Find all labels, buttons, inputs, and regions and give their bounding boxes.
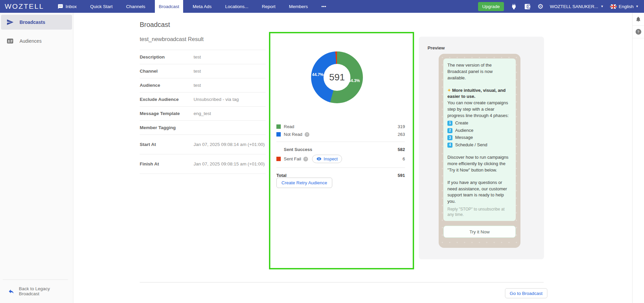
nav-item-channels[interactable]: Channels (122, 0, 149, 13)
sparkle-icon: ✦ (447, 88, 451, 93)
legend-label: Sent Fail (284, 156, 301, 161)
sidebar-bottom: Back to Legacy Broadcast (0, 279, 73, 303)
go-to-broadcast-button[interactable]: Go to Broadcast (505, 288, 547, 298)
preview-paragraph: If you have any questions or need assist… (447, 180, 512, 205)
phase-item: 2Audience (447, 127, 512, 134)
right-utility-strip: ? (632, 13, 644, 303)
nav-item-members[interactable]: Members (285, 0, 312, 13)
account-name: WOZTELL SANUKER... (550, 4, 598, 9)
help-button[interactable]: ? (633, 26, 644, 38)
row-value: Jan 07, 2025 09:08:15 am (+01:00) (194, 159, 266, 169)
language-label: English (619, 4, 634, 9)
row-label: Exclude Audience (140, 97, 194, 102)
phase-item: 3Message (447, 135, 512, 141)
nav-item-quick-start[interactable]: Quick Start (86, 0, 117, 13)
preview-title: Preview (428, 45, 445, 50)
nav-label: Inbox (66, 4, 77, 9)
wallet-icon[interactable] (524, 3, 531, 10)
row-value: test (194, 52, 266, 62)
phase-4-badge: 4 (447, 143, 452, 148)
donut-chart[interactable]: 44.7% 54.3% 591 (311, 51, 363, 103)
read-swatch (276, 124, 281, 129)
legend-value: 319 (398, 124, 405, 129)
inspect-button[interactable]: Inspect (312, 155, 342, 163)
nav-item-more[interactable]: ••• (317, 0, 330, 13)
settings-gear-icon[interactable]: ⚙ (537, 3, 543, 10)
phase-item: 1Create (447, 120, 512, 126)
language-selector[interactable]: English ▼ (610, 4, 639, 9)
sidebar: Broadcasts Audiences Back to Legacy Broa… (0, 13, 73, 303)
total-count: 591 (329, 72, 345, 83)
back-link-label: Back to Legacy Broadcast (19, 286, 70, 296)
table-row: Message Templateeng_test (140, 107, 266, 121)
nav-item-report[interactable]: Report (258, 0, 280, 13)
row-value: eng_test (194, 109, 266, 119)
row-label: Start At (140, 142, 194, 147)
woztell-logo[interactable]: WOZTELL (0, 0, 54, 13)
phase-3-badge: 3 (447, 135, 452, 140)
inspect-label: Inspect (324, 156, 338, 161)
legend-row-sent-fail: Sent Fail ? Inspect 6 (276, 154, 405, 164)
sidebar-item-broadcasts[interactable]: Broadcasts (1, 15, 72, 30)
integrations-plug-icon[interactable] (510, 3, 517, 10)
chevron-down-icon: ▼ (601, 5, 604, 8)
phase-2-badge: 2 (447, 128, 452, 133)
page-title: Broadcast (140, 21, 170, 29)
legend-label: Sent Success (284, 147, 312, 152)
chat-bubble-icon (58, 4, 63, 9)
donut-center: 591 (324, 64, 350, 91)
legend-row-sent-success: Sent Success 582 (276, 145, 405, 154)
phase-label: Message (455, 135, 473, 141)
help-icon[interactable]: ? (305, 132, 309, 137)
broadcast-result-subtitle: test_newbroadcast Result (140, 36, 204, 42)
table-row: Audiencetest (140, 78, 266, 92)
preview-paragraph: The new version of the Broadcast panel i… (447, 62, 512, 81)
row-value: Jan 07, 2025 09:08:14 am (+01:00) (194, 140, 266, 150)
row-label: Message Template (140, 111, 194, 116)
table-row: Finish AtJan 07, 2025 09:08:15 am (+01:0… (140, 154, 266, 174)
preview-paragraph: Discover how to run campaigns more effic… (447, 154, 512, 174)
top-nav-bar: WOZTELL Inbox Quick Start Channels Broad… (0, 0, 644, 13)
message-bubble: The new version of the Broadcast panel i… (443, 59, 516, 221)
nav-item-meta-ads[interactable]: Meta Ads (189, 0, 215, 13)
row-value: Unsubscribed - via tag (194, 94, 266, 105)
table-row: Channeltest (140, 64, 266, 78)
phase-1-badge: 1 (447, 121, 452, 126)
account-menu[interactable]: WOZTELL SANUKER... ▼ (550, 4, 603, 9)
phase-label: Audience (455, 127, 473, 134)
selection-highlight-chart-card: 44.7% 54.3% 591 Read 319 Not Read ? 263 … (269, 32, 414, 269)
row-label: Member Tagging (140, 125, 194, 130)
nav-item-broadcast[interactable]: Broadcast (155, 0, 183, 13)
sidebar-item-audiences[interactable]: Audiences (1, 34, 72, 48)
row-label: Finish At (140, 161, 194, 166)
preview-panel: Preview The new version of the Broadcast… (419, 37, 544, 259)
notifications-button[interactable] (633, 13, 644, 26)
table-row: Exclude AudienceUnsubscribed - via tag (140, 92, 266, 107)
try-it-now-button: Try it Now (443, 226, 516, 238)
row-value: test (194, 66, 266, 76)
back-to-legacy-broadcast-link[interactable]: Back to Legacy Broadcast (0, 280, 73, 303)
whatsapp-preview: The new version of the Broadcast panel i… (439, 54, 520, 248)
uk-flag-icon (610, 4, 617, 9)
row-value: test (194, 80, 266, 90)
legend-label: Not Read (284, 132, 302, 137)
nav-item-inbox[interactable]: Inbox (54, 0, 81, 13)
nav-label: Channels (126, 4, 145, 9)
sidebar-item-label: Broadcasts (20, 20, 45, 25)
create-retry-audience-button[interactable]: Create Retry Audience (276, 178, 332, 188)
nav-label: Report (262, 4, 276, 9)
help-icon[interactable]: ? (303, 157, 308, 161)
nav-item-locations[interactable]: Locations... (221, 0, 252, 13)
row-label: Description (140, 54, 194, 60)
divider (140, 282, 544, 282)
more-icon: ••• (321, 4, 326, 9)
nav-label: Locations... (225, 4, 248, 9)
table-row: Member Tagging (140, 121, 266, 135)
upgrade-button[interactable]: Upgrade (478, 2, 504, 11)
preview-paragraph: You can now create campaigns step by ste… (447, 100, 512, 119)
phase-label: Schedule / Send (455, 142, 487, 148)
sent-fail-swatch (276, 157, 281, 161)
nav-label: Members (289, 4, 308, 9)
phase-label: Create (455, 120, 468, 126)
nav-label: Quick Start (90, 4, 113, 9)
